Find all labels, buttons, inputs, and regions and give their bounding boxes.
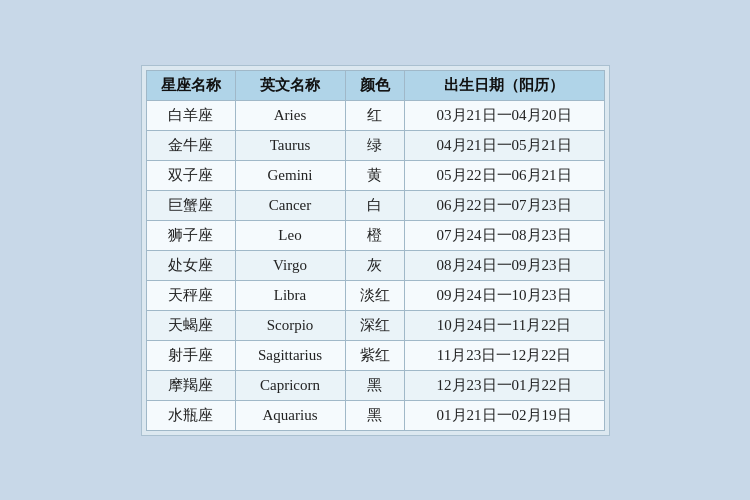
table-row: 白羊座Aries红03月21日一04月20日 [146,100,604,130]
cell-english: Gemini [235,160,345,190]
cell-chinese: 金牛座 [146,130,235,160]
cell-date: 04月21日一05月21日 [404,130,604,160]
table-row: 双子座Gemini黄05月22日一06月21日 [146,160,604,190]
cell-color: 绿 [345,130,404,160]
cell-color: 深红 [345,310,404,340]
cell-date: 10月24日一11月22日 [404,310,604,340]
cell-english: Aquarius [235,400,345,430]
zodiac-table-container: 星座名称 英文名称 颜色 出生日期（阳历） 白羊座Aries红03月21日一04… [141,65,610,436]
cell-date: 05月22日一06月21日 [404,160,604,190]
table-row: 天蝎座Scorpio深红10月24日一11月22日 [146,310,604,340]
cell-chinese: 巨蟹座 [146,190,235,220]
cell-chinese: 天蝎座 [146,310,235,340]
header-date: 出生日期（阳历） [404,70,604,100]
cell-date: 09月24日一10月23日 [404,280,604,310]
cell-date: 06月22日一07月23日 [404,190,604,220]
cell-color: 白 [345,190,404,220]
table-row: 射手座Sagittarius紫红11月23日一12月22日 [146,340,604,370]
table-row: 摩羯座Capricorn黑12月23日一01月22日 [146,370,604,400]
cell-chinese: 摩羯座 [146,370,235,400]
table-row: 金牛座Taurus绿04月21日一05月21日 [146,130,604,160]
cell-chinese: 双子座 [146,160,235,190]
cell-chinese: 狮子座 [146,220,235,250]
table-row: 水瓶座Aquarius黑01月21日一02月19日 [146,400,604,430]
cell-color: 橙 [345,220,404,250]
header-english: 英文名称 [235,70,345,100]
cell-color: 黑 [345,370,404,400]
cell-english: Leo [235,220,345,250]
cell-english: Taurus [235,130,345,160]
cell-chinese: 天秤座 [146,280,235,310]
cell-date: 11月23日一12月22日 [404,340,604,370]
cell-color: 淡红 [345,280,404,310]
cell-color: 黑 [345,400,404,430]
cell-english: Libra [235,280,345,310]
table-row: 处女座Virgo灰08月24日一09月23日 [146,250,604,280]
cell-date: 12月23日一01月22日 [404,370,604,400]
cell-english: Sagittarius [235,340,345,370]
cell-date: 07月24日一08月23日 [404,220,604,250]
cell-date: 01月21日一02月19日 [404,400,604,430]
cell-english: Cancer [235,190,345,220]
table-row: 狮子座Leo橙07月24日一08月23日 [146,220,604,250]
zodiac-table: 星座名称 英文名称 颜色 出生日期（阳历） 白羊座Aries红03月21日一04… [146,70,605,431]
cell-date: 08月24日一09月23日 [404,250,604,280]
cell-color: 灰 [345,250,404,280]
table-row: 天秤座Libra淡红09月24日一10月23日 [146,280,604,310]
cell-chinese: 白羊座 [146,100,235,130]
cell-date: 03月21日一04月20日 [404,100,604,130]
cell-english: Scorpio [235,310,345,340]
cell-color: 红 [345,100,404,130]
cell-color: 紫红 [345,340,404,370]
cell-chinese: 处女座 [146,250,235,280]
cell-english: Virgo [235,250,345,280]
table-header-row: 星座名称 英文名称 颜色 出生日期（阳历） [146,70,604,100]
cell-chinese: 射手座 [146,340,235,370]
cell-color: 黄 [345,160,404,190]
header-color: 颜色 [345,70,404,100]
cell-english: Capricorn [235,370,345,400]
header-chinese: 星座名称 [146,70,235,100]
cell-chinese: 水瓶座 [146,400,235,430]
cell-english: Aries [235,100,345,130]
table-row: 巨蟹座Cancer白06月22日一07月23日 [146,190,604,220]
